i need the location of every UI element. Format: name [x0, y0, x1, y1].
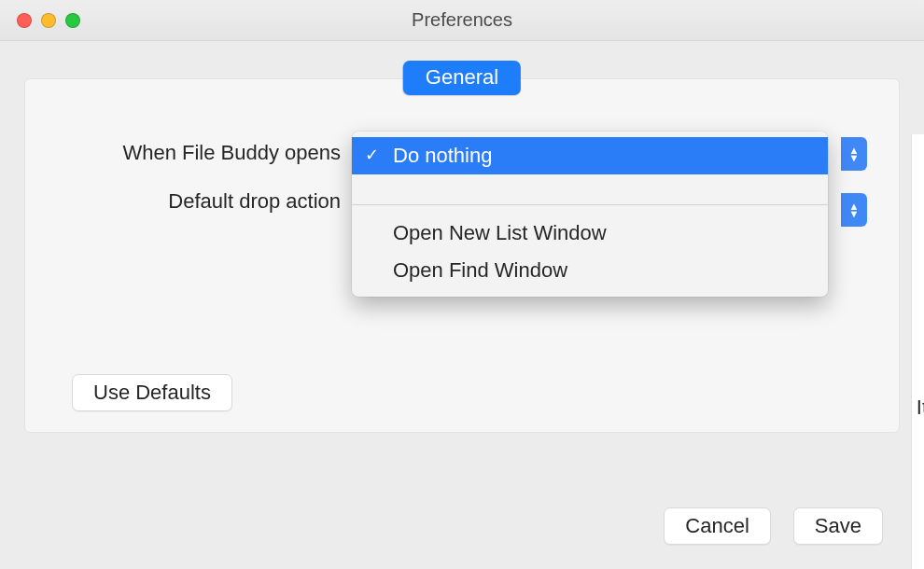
background-window-edge: It — [911, 134, 924, 569]
zoom-icon[interactable] — [65, 13, 80, 28]
dropdown-on-open: ✓ Do nothing Open New List Window Open F… — [352, 132, 828, 297]
menu-separator — [352, 204, 828, 205]
label-drop-action: Default drop action — [53, 189, 352, 214]
save-button[interactable]: Save — [793, 507, 883, 545]
titlebar: Preferences — [0, 0, 924, 41]
window-body: General When File Buddy opens Default dr… — [0, 41, 924, 569]
menu-item-label: Do nothing — [393, 144, 492, 167]
footer-buttons: Cancel Save — [664, 507, 883, 545]
popup-drop-action-arrows[interactable] — [841, 193, 867, 227]
use-defaults-button[interactable]: Use Defaults — [72, 374, 232, 411]
label-on-open: When File Buddy opens — [53, 141, 352, 165]
menu-item-label: Open New List Window — [393, 221, 607, 244]
menu-item-open-find[interactable]: Open Find Window — [352, 252, 828, 289]
minimize-icon[interactable] — [41, 13, 56, 28]
preferences-panel: General When File Buddy opens Default dr… — [24, 78, 900, 433]
close-icon[interactable] — [17, 13, 32, 28]
cancel-button[interactable]: Cancel — [664, 507, 770, 545]
menu-spacer — [352, 174, 828, 191]
tab-general[interactable]: General — [403, 61, 521, 95]
window-title: Preferences — [0, 9, 924, 31]
menu-item-do-nothing[interactable]: ✓ Do nothing — [352, 137, 828, 174]
popup-on-open-arrows[interactable] — [841, 137, 867, 171]
background-text-fragment: It — [917, 396, 924, 420]
window-controls — [17, 13, 80, 28]
check-icon: ✓ — [365, 145, 379, 165]
menu-item-label: Open Find Window — [393, 258, 567, 282]
menu-item-open-new-list[interactable]: Open New List Window — [352, 215, 828, 252]
use-defaults-wrap: Use Defaults — [72, 374, 232, 411]
